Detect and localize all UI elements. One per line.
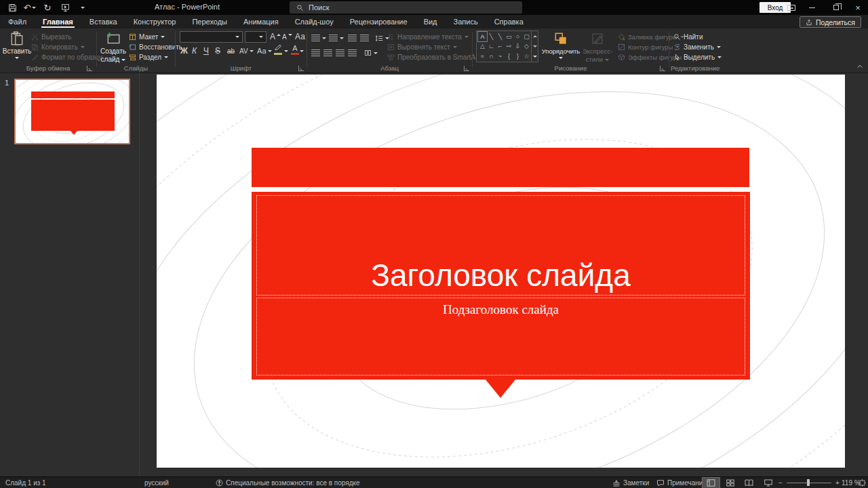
highlight-chevron-icon[interactable] xyxy=(284,45,288,56)
justify-button[interactable] xyxy=(348,47,357,58)
font-name-combo[interactable] xyxy=(180,31,243,43)
arrange-chevron-icon[interactable] xyxy=(559,57,563,59)
zoom-slider-thumb[interactable] xyxy=(807,479,810,486)
align-right-button[interactable] xyxy=(336,47,344,58)
shape-arrow-icon[interactable]: ╲ xyxy=(496,32,505,41)
section-button[interactable]: Раздел xyxy=(129,52,168,62)
quick-styles-button[interactable]: Экспресс- стили xyxy=(580,30,615,64)
layout-chevron-icon[interactable] xyxy=(161,36,165,38)
shape-right-brace-icon[interactable]: } xyxy=(513,52,522,61)
shape-triangle-icon[interactable]: △ xyxy=(478,41,487,51)
tab-review[interactable]: Рецензирование xyxy=(342,15,416,28)
underline-button[interactable]: Ч xyxy=(203,45,209,56)
bullets-button[interactable] xyxy=(311,33,326,43)
bold-button[interactable]: Ж xyxy=(180,45,188,56)
tab-record[interactable]: Запись xyxy=(446,15,486,28)
replace-button[interactable]: Заменить xyxy=(673,42,721,52)
format-painter-button[interactable]: Формат по образцу xyxy=(31,52,102,62)
share-button[interactable]: Поделиться xyxy=(800,16,861,28)
gallery-more-icon[interactable] xyxy=(533,56,537,58)
shape-textbox-icon[interactable]: A xyxy=(478,32,487,41)
shape-curve-icon[interactable]: ~ xyxy=(496,52,505,61)
shape-right-arrow-icon[interactable]: ⇨ xyxy=(505,41,513,51)
tab-view[interactable]: Вид xyxy=(416,15,446,28)
start-slideshow-icon[interactable] xyxy=(60,2,71,13)
title-band-shape[interactable] xyxy=(252,148,749,187)
character-spacing-button[interactable]: AV xyxy=(239,45,254,56)
section-chevron-icon[interactable] xyxy=(164,56,168,58)
strikethrough-button[interactable]: S xyxy=(215,45,220,56)
tab-animations[interactable]: Анимация xyxy=(235,15,287,28)
shape-oval-icon[interactable]: ○ xyxy=(513,32,522,41)
shape-arc-icon[interactable]: ∩ xyxy=(487,52,496,61)
slide-canvas[interactable]: Заголовок слайда Подзаголовок слайда xyxy=(157,75,845,468)
shapes-gallery-scrollbar[interactable] xyxy=(531,31,538,62)
paste-button[interactable]: Вставить xyxy=(1,30,33,64)
increase-indent-button[interactable] xyxy=(360,33,369,43)
collapse-ribbon-icon[interactable] xyxy=(856,64,863,69)
close-button[interactable]: × xyxy=(848,0,868,15)
slideshow-view-button[interactable] xyxy=(760,478,776,488)
title-placeholder[interactable]: Заголовок слайда xyxy=(256,195,745,296)
select-button[interactable]: Выделить xyxy=(673,52,722,62)
arrange-button[interactable]: Упорядочить xyxy=(542,30,580,64)
tab-design[interactable]: Конструктор xyxy=(125,15,184,28)
cut-button[interactable]: Вырезать xyxy=(31,32,71,42)
font-color-chevron-icon[interactable] xyxy=(300,45,304,56)
comments-button[interactable]: Примечания xyxy=(656,477,707,488)
double-strikethrough-button[interactable]: ab xyxy=(227,45,235,56)
drawing-dialog-launcher-icon[interactable] xyxy=(660,66,665,71)
decrease-indent-button[interactable] xyxy=(348,33,357,43)
slide-subtitle-text[interactable]: Подзаголовок слайда xyxy=(443,302,559,317)
pointer-triangle-shape[interactable] xyxy=(486,380,515,398)
save-icon[interactable] xyxy=(7,2,18,13)
slide-counter[interactable]: Слайд 1 из 1 xyxy=(5,477,46,488)
panel-divider[interactable] xyxy=(139,73,140,476)
copy-button[interactable]: Копировать xyxy=(31,42,85,52)
font-size-combo[interactable] xyxy=(245,31,267,43)
align-center-button[interactable] xyxy=(323,47,332,58)
zoom-in-button[interactable]: + xyxy=(835,477,840,488)
zoom-level[interactable]: 119 % xyxy=(842,477,861,488)
ribbon-display-options-icon[interactable] xyxy=(781,0,802,15)
slide-title-text[interactable]: Заголовок слайда xyxy=(371,257,631,293)
paragraph-dialog-launcher-icon[interactable] xyxy=(464,66,469,71)
shape-scribble-icon[interactable]: ≈ xyxy=(478,52,487,61)
search-box[interactable]: Поиск xyxy=(290,1,522,14)
minimize-button[interactable] xyxy=(802,0,822,15)
numbering-button[interactable] xyxy=(329,33,344,43)
tab-file[interactable]: Файл xyxy=(0,15,35,28)
gallery-scroll-down-icon[interactable] xyxy=(533,45,537,47)
shape-star-icon[interactable]: ☆ xyxy=(522,52,531,61)
align-left-button[interactable] xyxy=(311,47,320,58)
gallery-scroll-up-icon[interactable] xyxy=(533,35,537,37)
italic-button[interactable]: К xyxy=(192,45,197,56)
new-slide-button[interactable]: Создать слайд xyxy=(98,30,129,64)
align-text-button[interactable]: Выровнять текст xyxy=(387,42,457,52)
tab-home[interactable]: Главная xyxy=(35,15,81,28)
layout-button[interactable]: Макет xyxy=(129,32,165,42)
tab-insert[interactable]: Вставка xyxy=(81,15,125,28)
grow-font-button[interactable]: А xyxy=(270,31,281,42)
text-highlight-button[interactable] xyxy=(274,44,282,55)
font-color-button[interactable]: А xyxy=(291,44,299,55)
find-button[interactable]: Найти xyxy=(673,32,703,42)
language-indicator[interactable]: русский xyxy=(144,477,169,488)
notes-button[interactable]: Заметки xyxy=(612,477,649,488)
copy-chevron-icon[interactable] xyxy=(81,46,85,48)
customize-qat-chevron-icon[interactable] xyxy=(77,2,88,13)
shrink-font-button[interactable]: А xyxy=(282,31,292,42)
text-direction-button[interactable]: Направление текста xyxy=(387,32,469,42)
columns-button[interactable] xyxy=(364,47,378,58)
shape-pentagon-icon[interactable]: ◇ xyxy=(522,41,531,51)
change-case-button[interactable]: Аа xyxy=(257,45,272,56)
shape-line-icon[interactable]: ╲ xyxy=(487,32,496,41)
normal-view-button[interactable] xyxy=(703,478,719,488)
shape-elbow-icon[interactable]: ∟ xyxy=(487,41,496,51)
shapes-gallery[interactable]: A ╲ ╲ ▭ ○ ▢ △ ∟ ⌐ ⇨ ⇩ ◇ ≈ ∩ ~ { } ☆ xyxy=(476,30,538,62)
shape-elbow-arrow-icon[interactable]: ⌐ xyxy=(496,41,505,51)
zoom-out-button[interactable]: − xyxy=(778,477,783,488)
tab-slideshow[interactable]: Слайд-шоу xyxy=(287,15,342,28)
slide-sorter-view-button[interactable] xyxy=(722,478,738,488)
tab-help[interactable]: Справка xyxy=(486,15,532,28)
